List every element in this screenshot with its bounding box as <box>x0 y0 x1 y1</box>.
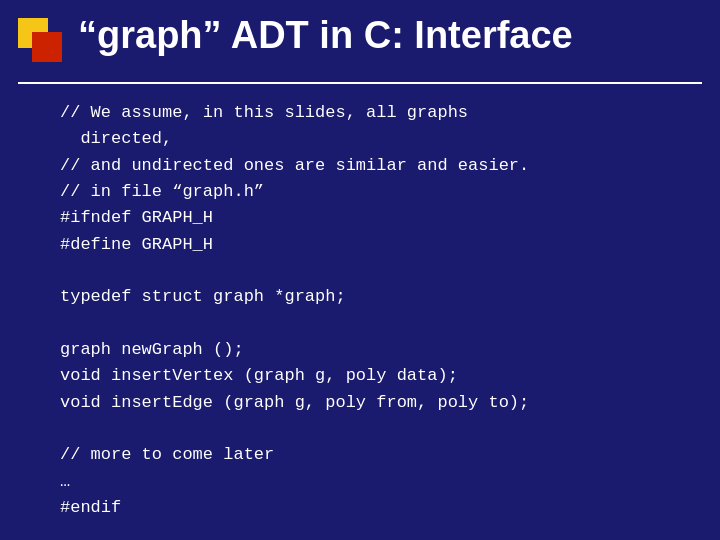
content-area: // We assume, in this slides, all graphs… <box>60 100 700 520</box>
deco-squares <box>18 18 70 70</box>
title-divider <box>18 82 702 84</box>
red-square <box>32 32 62 62</box>
slide-title: “graph” ADT in C: Interface <box>78 14 573 56</box>
code-block: // We assume, in this slides, all graphs… <box>60 100 700 522</box>
title-area: “graph” ADT in C: Interface <box>78 14 700 57</box>
slide: “graph” ADT in C: Interface // We assume… <box>0 0 720 540</box>
